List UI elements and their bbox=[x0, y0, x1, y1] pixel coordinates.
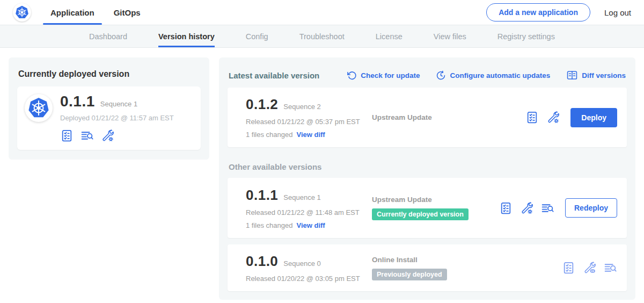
deploy-logs-icon[interactable] bbox=[604, 261, 617, 275]
sequence-label: Sequence 2 bbox=[283, 103, 320, 111]
deployed-timestamp: Deployed 01/21/22 @ 11:57 am EST bbox=[60, 114, 174, 122]
version-card-0-1-2: 0.1.2 Sequence 2 Released 01/21/22 @ 05:… bbox=[228, 88, 627, 147]
kubernetes-helm-icon bbox=[27, 96, 50, 120]
main-content: Currently deployed version 0.1.1 Sequenc… bbox=[0, 48, 644, 303]
subnav-troubleshoot[interactable]: Troubleshoot bbox=[284, 25, 360, 47]
tab-application-label: Application bbox=[50, 8, 94, 17]
subnav-version-history[interactable]: Version history bbox=[143, 25, 230, 47]
kubernetes-logo bbox=[13, 3, 31, 21]
subnav-dashboard[interactable]: Dashboard bbox=[74, 25, 143, 47]
version-history-panel: Latest available version Check for updat… bbox=[219, 57, 635, 300]
schedule-update-icon bbox=[436, 70, 446, 81]
currently-deployed-badge: Currently deployed version bbox=[372, 208, 469, 220]
version-number: 0.1.1 bbox=[246, 187, 278, 204]
view-config-icon[interactable] bbox=[583, 261, 596, 275]
card-gap bbox=[228, 238, 627, 244]
deployed-version-card: 0.1.1 Sequence 1 Deployed 01/21/22 @ 11:… bbox=[17, 86, 201, 150]
add-application-button[interactable]: Add a new application bbox=[486, 3, 590, 21]
subnav-license[interactable]: License bbox=[360, 25, 418, 47]
view-diff-link[interactable]: View diff bbox=[296, 221, 325, 229]
subnav-registry-settings[interactable]: Registry settings bbox=[482, 25, 570, 47]
previously-deployed-badge: Previously deployed bbox=[372, 269, 447, 280]
tab-gitops[interactable]: GitOps bbox=[114, 0, 141, 25]
app-sub-nav: Dashboard Version history Config Trouble… bbox=[0, 25, 644, 48]
latest-version-header: Latest available version Check for updat… bbox=[229, 69, 626, 81]
deploy-button[interactable]: Deploy bbox=[570, 108, 617, 127]
released-timestamp: Released 01/21/22 @ 11:48 am EST bbox=[246, 208, 372, 217]
other-versions-title: Other available versions bbox=[229, 162, 626, 171]
preflight-checks-icon[interactable] bbox=[562, 261, 575, 275]
preflight-checks-icon[interactable] bbox=[499, 201, 513, 215]
version-source: Upstream Update bbox=[372, 113, 525, 121]
redeploy-button[interactable]: Redeploy bbox=[565, 198, 617, 218]
config-icon[interactable] bbox=[101, 129, 114, 142]
version-card-0-1-0: 0.1.0 Sequence 0 Released 01/20/22 @ 03:… bbox=[228, 244, 627, 291]
deployed-version-info: 0.1.1 Sequence 1 Deployed 01/21/22 @ 11:… bbox=[60, 93, 174, 142]
currently-deployed-panel: Currently deployed version 0.1.1 Sequenc… bbox=[9, 57, 209, 160]
tab-application[interactable]: Application bbox=[50, 0, 94, 25]
check-for-update-link[interactable]: Check for update bbox=[347, 70, 420, 81]
version-actions: Check for update Configure automatic upd… bbox=[331, 69, 626, 81]
deployed-sequence-label: Sequence 1 bbox=[100, 100, 137, 108]
config-icon[interactable] bbox=[520, 201, 533, 215]
diff-versions-link[interactable]: Diff versions bbox=[566, 69, 626, 81]
files-changed-label: 1 files changed bbox=[246, 131, 292, 139]
released-timestamp: Released 01/21/22 @ 05:37 pm EST bbox=[246, 118, 372, 126]
sequence-label: Sequence 1 bbox=[283, 193, 320, 201]
logout-button[interactable]: Log out bbox=[604, 8, 631, 17]
preflight-checks-icon[interactable] bbox=[525, 111, 539, 124]
diff-icon bbox=[566, 69, 578, 81]
version-number: 0.1.2 bbox=[246, 96, 278, 113]
version-source: Upstream Update bbox=[372, 196, 499, 204]
version-card-0-1-1: 0.1.1 Sequence 1 Released 01/21/22 @ 11:… bbox=[228, 178, 627, 238]
kubernetes-helm-icon bbox=[14, 5, 30, 20]
subnav-view-files[interactable]: View files bbox=[418, 25, 482, 47]
preflight-checks-icon[interactable] bbox=[60, 129, 74, 142]
config-icon[interactable] bbox=[546, 111, 560, 124]
sequence-label: Sequence 0 bbox=[283, 259, 320, 268]
configure-automatic-updates-link[interactable]: Configure automatic updates bbox=[436, 70, 550, 81]
deployed-version-number: 0.1.1 bbox=[60, 93, 95, 110]
subnav-config[interactable]: Config bbox=[230, 25, 284, 47]
version-number: 0.1.0 bbox=[246, 253, 278, 270]
deploy-logs-icon[interactable] bbox=[80, 129, 94, 142]
app-logo bbox=[25, 94, 53, 122]
tab-gitops-label: GitOps bbox=[114, 8, 141, 17]
refresh-icon bbox=[347, 70, 357, 81]
currently-deployed-title: Currently deployed version bbox=[18, 69, 200, 79]
deploy-logs-icon[interactable] bbox=[541, 201, 554, 215]
top-nav: Application GitOps Add a new application… bbox=[0, 0, 644, 25]
active-tab-underline bbox=[43, 23, 102, 25]
files-changed-label: 1 files changed bbox=[246, 221, 292, 229]
latest-version-title: Latest available version bbox=[229, 71, 319, 80]
released-timestamp: Released 01/20/22 @ 03:05 pm EST bbox=[246, 275, 372, 283]
view-diff-link[interactable]: View diff bbox=[296, 131, 325, 139]
version-source: Online Install bbox=[372, 256, 562, 264]
